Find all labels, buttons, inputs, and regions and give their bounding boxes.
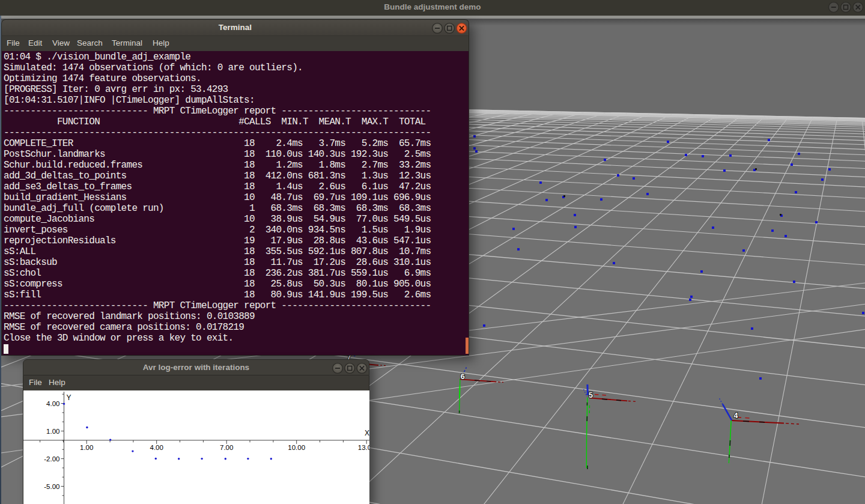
svg-text:6: 6 [461, 372, 465, 381]
svg-text:X: X [365, 429, 369, 437]
svg-text:-2.00: -2.00 [44, 455, 59, 463]
svg-text:1.00: 1.00 [80, 444, 93, 451]
svg-text:4: 4 [734, 411, 738, 420]
svg-text:13.00: 13.00 [358, 444, 369, 451]
svg-text:4.00: 4.00 [150, 444, 163, 451]
svg-text:5: 5 [589, 391, 593, 399]
svg-text:-5.00: -5.00 [44, 483, 59, 490]
svg-text:7.00: 7.00 [220, 444, 233, 451]
svg-text:Y: Y [67, 393, 71, 402]
svg-text:10.00: 10.00 [288, 444, 305, 451]
svg-text:4.00: 4.00 [46, 400, 59, 407]
svg-text:1.00: 1.00 [46, 428, 59, 435]
